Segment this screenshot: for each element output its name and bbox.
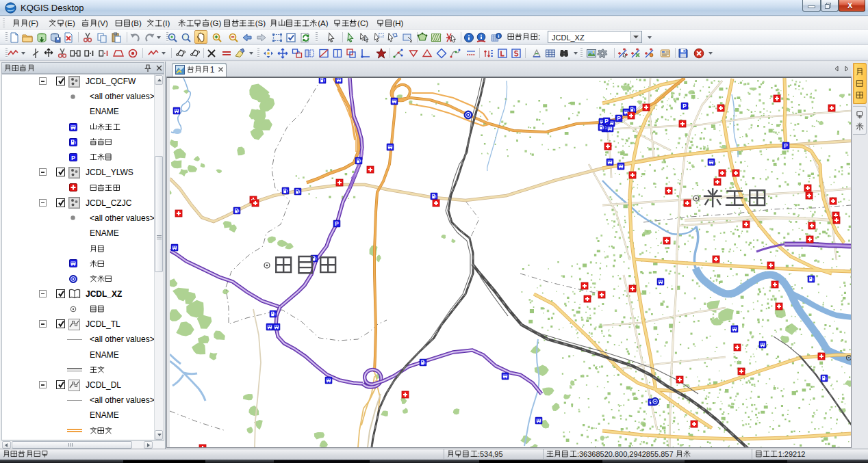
svg-text:P: P bbox=[784, 143, 788, 149]
svg-text:P: P bbox=[617, 116, 621, 122]
svg-text:P: P bbox=[71, 155, 75, 161]
svg-text:P: P bbox=[335, 221, 339, 227]
svg-text:P: P bbox=[682, 103, 687, 109]
svg-text:P: P bbox=[604, 118, 609, 124]
